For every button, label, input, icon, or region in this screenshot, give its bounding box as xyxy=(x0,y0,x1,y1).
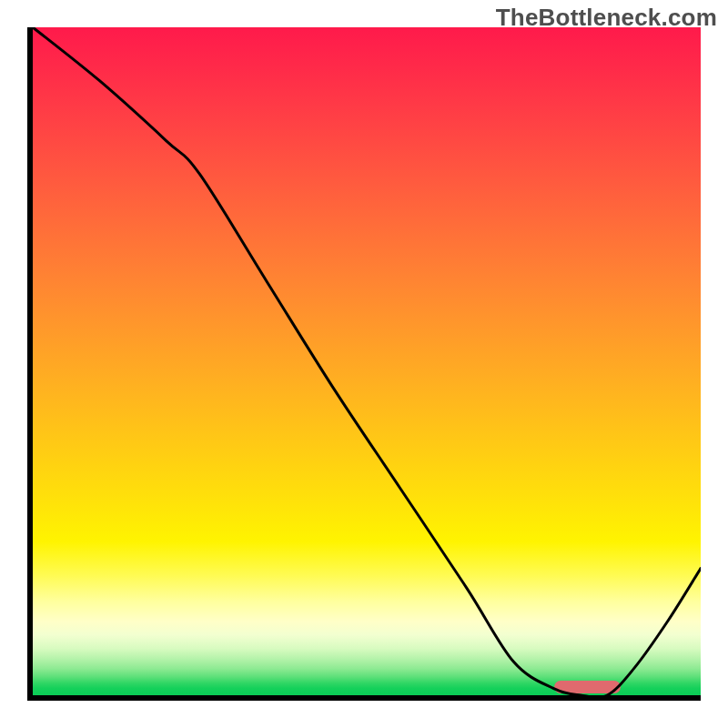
curve-path xyxy=(33,27,701,695)
watermark-text: TheBottleneck.com xyxy=(496,4,717,32)
chart-container: TheBottleneck.com xyxy=(0,0,728,728)
plot-area xyxy=(33,27,701,695)
bottleneck-curve xyxy=(33,27,701,695)
